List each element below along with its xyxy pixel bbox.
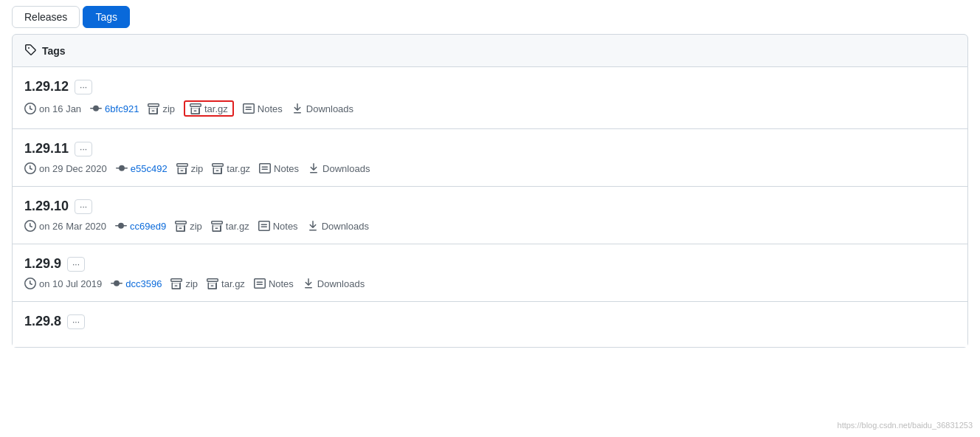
main-content: Tags 1.29.12 ··· on 16 Jan 6bfc921 zip xyxy=(12,34,968,348)
tag-icon xyxy=(24,44,36,58)
ellipsis-button[interactable]: ··· xyxy=(75,80,92,94)
ellipsis-button[interactable]: ··· xyxy=(67,314,85,329)
commit-link[interactable]: e55c492 xyxy=(131,163,168,174)
downloads-link[interactable]: Downloads xyxy=(308,162,370,174)
commit-link[interactable]: 6bfc921 xyxy=(105,103,139,114)
notes-label: Notes xyxy=(269,278,294,289)
commit-meta: 6bfc921 xyxy=(90,103,139,114)
downloads-link[interactable]: Downloads xyxy=(303,278,365,289)
zip-label: zip xyxy=(191,163,204,174)
release-meta: on 26 Mar 2020 cc69ed9 zip tar.gz Notes xyxy=(24,220,956,232)
downloads-label: Downloads xyxy=(322,163,370,174)
date-meta: on 29 Dec 2020 xyxy=(24,162,107,174)
notes-label: Notes xyxy=(258,103,283,114)
zip-label: zip xyxy=(190,221,202,232)
release-version: 1.29.11 xyxy=(24,141,69,156)
date-label: on 16 Jan xyxy=(39,103,81,114)
date-label: on 10 Jul 2019 xyxy=(39,278,102,289)
tab-releases[interactable]: Releases xyxy=(12,6,80,28)
release-item: 1.29.10 ··· on 26 Mar 2020 cc69ed9 zip t… xyxy=(13,187,967,244)
release-meta: on 16 Jan 6bfc921 zip tar.gz Notes D xyxy=(24,100,956,117)
downloads-link[interactable]: Downloads xyxy=(307,220,369,232)
notes-label: Notes xyxy=(274,163,299,174)
notes-link[interactable]: Notes xyxy=(259,162,299,174)
zip-label: zip xyxy=(185,278,198,289)
release-version: 1.29.12 xyxy=(24,79,69,94)
date-meta: on 16 Jan xyxy=(24,103,81,114)
notes-label: Notes xyxy=(273,221,298,232)
release-item: 1.29.11 ··· on 29 Dec 2020 e55c492 zip t… xyxy=(13,129,967,187)
commit-meta: e55c492 xyxy=(116,162,168,174)
release-version: 1.29.9 xyxy=(24,256,61,272)
release-version: 1.29.8 xyxy=(24,314,61,329)
tar-gz-link[interactable]: tar.gz xyxy=(207,278,245,289)
zip-link[interactable]: zip xyxy=(148,103,175,114)
zip-link[interactable]: zip xyxy=(170,278,198,289)
release-title-row: 1.29.10 ··· xyxy=(24,199,956,214)
zip-link[interactable]: zip xyxy=(176,162,204,174)
ellipsis-button[interactable]: ··· xyxy=(67,257,85,272)
tab-bar: Releases Tags xyxy=(0,0,980,34)
downloads-label: Downloads xyxy=(306,103,353,114)
date-meta: on 26 Mar 2020 xyxy=(24,220,106,232)
ellipsis-button[interactable]: ··· xyxy=(75,199,92,214)
ellipsis-button[interactable]: ··· xyxy=(75,142,92,156)
release-title-row: 1.29.9 ··· xyxy=(24,256,956,272)
releases-list: 1.29.12 ··· on 16 Jan 6bfc921 zip tar.gz xyxy=(12,67,968,348)
zip-link[interactable]: zip xyxy=(175,220,202,232)
tags-header: Tags xyxy=(12,34,968,67)
downloads-label: Downloads xyxy=(322,221,369,232)
release-title-row: 1.29.8 ··· xyxy=(24,314,956,329)
commit-link[interactable]: dcc3596 xyxy=(125,278,162,289)
release-meta: on 29 Dec 2020 e55c492 zip tar.gz Notes xyxy=(24,162,956,174)
downloads-label: Downloads xyxy=(317,278,365,289)
release-item: 1.29.9 ··· on 10 Jul 2019 dcc3596 zip ta… xyxy=(13,244,967,302)
notes-link[interactable]: Notes xyxy=(258,220,298,232)
release-item: 1.29.8 ··· xyxy=(13,302,967,347)
tar-gz-link[interactable]: tar.gz xyxy=(184,100,234,117)
release-version: 1.29.10 xyxy=(24,199,69,214)
commit-link[interactable]: cc69ed9 xyxy=(130,221,166,232)
release-title-row: 1.29.12 ··· xyxy=(24,79,956,94)
release-meta: on 10 Jul 2019 dcc3596 zip tar.gz Notes xyxy=(24,278,956,289)
release-item: 1.29.12 ··· on 16 Jan 6bfc921 zip tar.gz xyxy=(13,67,967,129)
notes-link[interactable]: Notes xyxy=(254,278,294,289)
commit-meta: cc69ed9 xyxy=(115,220,166,232)
tar-gz-link[interactable]: tar.gz xyxy=(211,220,249,232)
tab-tags[interactable]: Tags xyxy=(83,6,130,28)
zip-label: zip xyxy=(162,103,175,114)
commit-meta: dcc3596 xyxy=(111,278,162,289)
date-label: on 26 Mar 2020 xyxy=(39,221,106,232)
tags-header-label: Tags xyxy=(42,45,66,57)
downloads-link[interactable]: Downloads xyxy=(291,103,353,114)
tar-gz-link[interactable]: tar.gz xyxy=(212,162,250,174)
date-meta: on 10 Jul 2019 xyxy=(24,278,102,289)
date-label: on 29 Dec 2020 xyxy=(39,163,107,174)
release-title-row: 1.29.11 ··· xyxy=(24,141,956,156)
notes-link[interactable]: Notes xyxy=(243,103,283,114)
